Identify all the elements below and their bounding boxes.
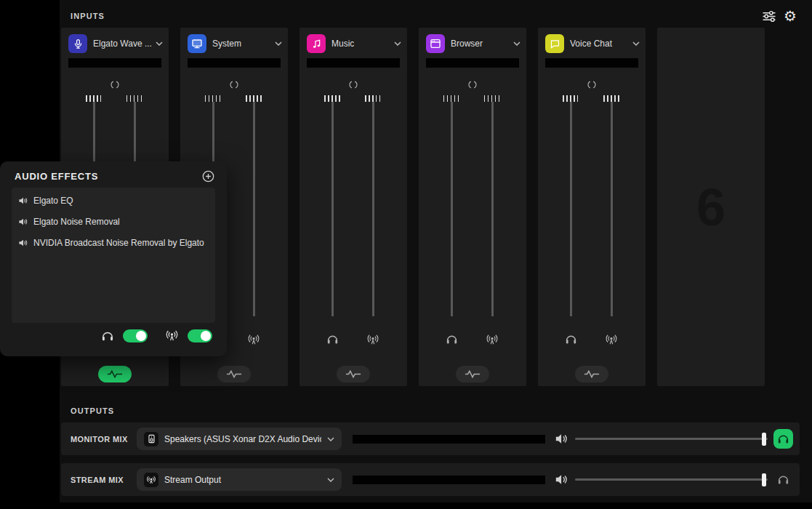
stereo-link-icon[interactable] [61,79,169,92]
effect-label: Elgato Noise Removal [33,217,120,227]
popup-route-toggles [0,329,227,342]
monitor-fader[interactable] [324,95,340,316]
channel-strip-browser: Browser [419,28,526,386]
channel-output-icons [419,333,526,348]
headphones-icon[interactable] [324,333,340,345]
channel-source-select[interactable]: System [188,33,282,54]
channel-name: Browser [451,39,513,49]
effect-item[interactable]: Elgato Noise Removal [12,211,215,232]
volume-icon[interactable] [555,473,569,486]
fader-handle[interactable] [246,95,262,102]
effect-label: Elgato EQ [33,196,73,206]
stream-fader[interactable] [246,95,262,316]
stereo-link-icon[interactable] [419,79,526,92]
stream-device-select[interactable]: Stream Output [137,468,342,491]
fader-handle[interactable] [365,95,381,102]
effects-button[interactable] [575,366,608,382]
broadcast-icon[interactable] [365,333,381,346]
chevron-down-icon [513,41,520,46]
fader-track[interactable] [570,102,572,316]
stream-headphones-button[interactable] [773,470,793,489]
monitor-mix-label: MONITOR MIX [71,435,137,444]
channel-name: Elgato Wave ... [93,39,156,49]
effect-item[interactable]: NVIDIA Broadcast Noise Removal by Elgato [12,232,215,253]
stereo-link-icon[interactable] [538,79,646,92]
channel-output-icons [300,333,407,348]
volume-icon[interactable] [555,433,569,445]
speaker-icon [18,196,28,205]
slider-handle[interactable] [762,433,766,446]
fader-track[interactable] [451,102,453,316]
fader-handle[interactable] [324,95,340,102]
stream-effects-toggle[interactable] [188,329,212,342]
fader-handle[interactable] [484,95,500,102]
channel-strip-voice-chat: Voice Chat [538,28,646,386]
monitor-level-meter [353,435,545,444]
level-meter [188,58,281,68]
fader-handle[interactable] [205,95,221,102]
speaker-icon [18,217,28,226]
level-meter [68,58,161,68]
effects-button[interactable] [98,366,132,382]
effects-button[interactable] [456,366,489,382]
broadcast-icon [144,473,158,487]
fader-track[interactable] [253,102,255,316]
gear-icon[interactable]: ⚙ [784,9,797,23]
broadcast-icon[interactable] [484,333,500,346]
mixer-settings-icon[interactable] [762,10,776,23]
stereo-link-icon[interactable] [300,79,407,92]
effect-item[interactable]: Elgato EQ [12,190,215,211]
monitor-headphones-button[interactable] [773,429,793,449]
monitor-fader[interactable] [443,95,459,316]
channel-slot-empty: 6 [657,28,765,386]
display-icon [188,34,206,53]
chevron-down-icon [632,41,640,46]
channel-source-select[interactable]: Elgato Wave ... [68,33,163,54]
channel-source-select[interactable]: Voice Chat [545,33,640,54]
stream-fader[interactable] [365,95,381,316]
channel-name: System [212,39,275,49]
broadcast-icon[interactable] [246,333,262,346]
effects-button[interactable] [337,366,370,382]
fader-track[interactable] [611,102,613,316]
fader-handle[interactable] [126,95,142,102]
channel-source-select[interactable]: Music [307,33,401,54]
outputs-section-label: OUTPUTS [71,406,114,415]
plus-circle-icon[interactable] [202,170,214,183]
monitor-fader[interactable] [563,95,579,316]
music-note-icon [307,34,326,53]
monitor-volume-slider[interactable] [575,432,768,446]
chevron-down-icon [156,41,163,46]
microphone-icon [68,34,87,53]
stream-device-name: Stream Output [164,475,321,485]
stream-mix-label: STREAM MIX [71,476,137,484]
monitor-device-name: Speakers (ASUS Xonar D2X Audio Device) [164,434,321,444]
level-meter [545,58,638,68]
headphones-icon[interactable] [563,333,579,345]
headphones-icon[interactable] [443,333,459,345]
fader-handle[interactable] [563,95,579,102]
stream-fader[interactable] [603,95,619,316]
fader-handle[interactable] [443,95,459,102]
fader-track[interactable] [372,102,374,316]
effects-button[interactable] [217,366,251,382]
speaker-icon [18,239,28,247]
monitor-effects-toggle[interactable] [123,329,148,342]
fader-track[interactable] [491,102,494,316]
effect-label: NVIDIA Broadcast Noise Removal by Elgato [33,238,204,248]
audio-effects-popup: AUDIO EFFECTS Elgato EQ Elgato Noise Rem… [0,161,227,356]
channel-source-select[interactable]: Browser [426,33,520,54]
channel-output-icons [538,333,646,348]
fader-handle[interactable] [86,95,102,102]
stream-volume-slider[interactable] [575,473,768,487]
stream-fader[interactable] [484,95,500,316]
browser-window-icon [426,34,445,53]
empty-slot-number: 6 [696,177,725,237]
popup-title: AUDIO EFFECTS [15,171,98,182]
fader-handle[interactable] [603,95,619,102]
broadcast-icon[interactable] [603,333,619,346]
fader-track[interactable] [331,102,334,316]
slider-handle[interactable] [762,473,766,486]
monitor-device-select[interactable]: Speakers (ASUS Xonar D2X Audio Device) [137,428,342,450]
stereo-link-icon[interactable] [180,79,288,92]
